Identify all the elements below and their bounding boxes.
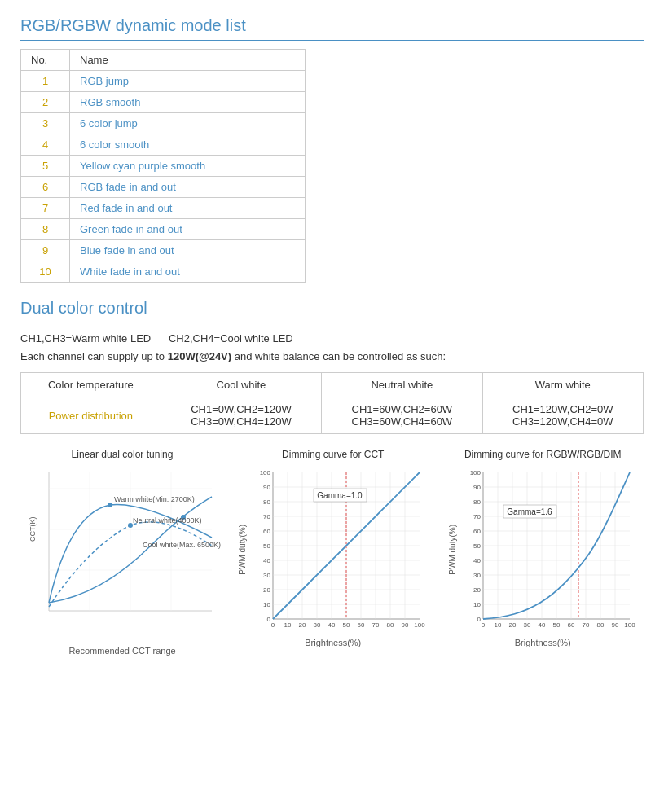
section1-title: RGB/RGBW dynamic mode list <box>20 16 644 41</box>
chart3-svg: Gamma=1.6 0 10 20 30 40 50 60 70 80 90 1… <box>459 464 638 635</box>
dual-info-line1: CH1,CH3=Warm white LED CH2,CH4=Cool whit… <box>20 330 644 348</box>
svg-text:Gamma=1.6: Gamma=1.6 <box>507 507 552 516</box>
svg-text:0: 0 <box>271 621 275 629</box>
svg-text:0: 0 <box>482 621 486 629</box>
svg-text:90: 90 <box>611 621 618 629</box>
chart1-bottom: Recommended CCT range <box>68 646 175 656</box>
table-row: 10White fade in and out <box>21 261 306 283</box>
row-num: 8 <box>21 219 70 240</box>
svg-text:80: 80 <box>473 498 481 506</box>
svg-text:90: 90 <box>263 484 270 491</box>
col-color-temp: Color temperature <box>21 373 161 397</box>
chart3-title: Dimming curve for RGBW/RGB/DIM <box>464 449 622 460</box>
row-name: 6 color smooth <box>70 134 306 156</box>
row-num: 5 <box>21 156 70 177</box>
table-row: 2RGB smooth <box>21 92 306 113</box>
svg-text:100: 100 <box>260 469 271 476</box>
svg-text:70: 70 <box>582 621 589 629</box>
svg-text:50: 50 <box>343 621 350 629</box>
svg-text:10: 10 <box>473 601 481 608</box>
chart3-y-label: PWM duty(%) <box>448 525 457 575</box>
svg-text:80: 80 <box>596 621 604 629</box>
row-name: 6 color jump <box>70 113 306 134</box>
svg-text:90: 90 <box>473 484 481 491</box>
row-name: Red fade in and out <box>70 198 306 219</box>
svg-text:100: 100 <box>624 621 635 629</box>
chart2-y-label: PWM duty(%) <box>238 525 247 575</box>
svg-text:20: 20 <box>508 621 516 629</box>
svg-text:10: 10 <box>284 621 292 629</box>
row-name: RGB smooth <box>70 92 306 113</box>
chart3-bottom: Brightness(%) <box>515 638 571 647</box>
svg-text:10: 10 <box>263 601 270 608</box>
row-num: 9 <box>21 240 70 261</box>
col-warm-white: Warm white <box>482 373 643 397</box>
svg-text:80: 80 <box>263 498 270 506</box>
svg-text:20: 20 <box>299 621 306 629</box>
svg-text:70: 70 <box>372 621 380 629</box>
svg-text:60: 60 <box>473 528 481 535</box>
row-name: Green fade in and out <box>70 219 306 240</box>
svg-text:60: 60 <box>263 528 270 535</box>
neutral-white-dist: CH1=60W,CH2=60WCH3=60W,CH4=60W <box>322 397 482 434</box>
svg-text:Cool white(Max. 6500K): Cool white(Max. 6500K) <box>143 541 221 549</box>
chart3-container: Dimming curve for RGBW/RGB/DIM PWM duty(… <box>442 449 644 647</box>
power-distribution-label: Power distribution <box>21 397 161 434</box>
svg-text:40: 40 <box>538 621 545 629</box>
svg-text:50: 50 <box>473 542 481 550</box>
dual-info-line2: Each channel can supply up to 120W(@24V)… <box>20 348 644 366</box>
row-num: 10 <box>21 261 70 283</box>
color-table: Color temperature Cool white Neutral whi… <box>20 372 644 434</box>
cool-white-dist: CH1=0W,CH2=120WCH3=0W,CH4=120W <box>161 397 321 434</box>
table-row: 8Green fade in and out <box>21 219 306 240</box>
row-name: White fade in and out <box>70 261 306 283</box>
row-name: Yellow cyan purple smooth <box>70 156 306 177</box>
chart2-container: Dimming curve for CCT PWM duty(%) <box>232 449 434 647</box>
row-name: RGB fade in and out <box>70 177 306 198</box>
chart1-container: Linear dual color tuning Warm wh <box>20 449 224 656</box>
svg-text:30: 30 <box>523 621 530 629</box>
chart2-title: Dimming curve for CCT <box>282 449 384 460</box>
svg-text:20: 20 <box>473 586 481 594</box>
row-num: 1 <box>21 71 70 92</box>
col-cool-white: Cool white <box>161 373 321 397</box>
svg-text:60: 60 <box>567 621 574 629</box>
section2-title: Dual color control <box>20 299 644 323</box>
svg-text:70: 70 <box>473 513 481 520</box>
table-row: 36 color jump <box>21 113 306 134</box>
svg-text:50: 50 <box>263 542 270 550</box>
svg-text:30: 30 <box>473 572 481 579</box>
row-num: 2 <box>21 92 70 113</box>
row-num: 7 <box>21 198 70 219</box>
warm-white-dist: CH1=120W,CH2=0WCH3=120W,CH4=0W <box>482 397 643 434</box>
row-name: Blue fade in and out <box>70 240 306 261</box>
row-name: RGB jump <box>70 71 306 92</box>
table-row: 5Yellow cyan purple smooth <box>21 156 306 177</box>
svg-text:20: 20 <box>263 586 270 594</box>
charts-row: Linear dual color tuning Warm wh <box>20 449 644 656</box>
chart1-title: Linear dual color tuning <box>72 449 174 460</box>
row-num: 3 <box>21 113 70 134</box>
svg-text:90: 90 <box>402 621 409 629</box>
svg-text:80: 80 <box>387 621 394 629</box>
svg-text:10: 10 <box>494 621 501 629</box>
table-row: 46 color smooth <box>21 134 306 156</box>
svg-point-8 <box>108 503 112 507</box>
svg-text:40: 40 <box>263 557 270 564</box>
row-num: 6 <box>21 177 70 198</box>
row-num: 4 <box>21 134 70 156</box>
svg-text:30: 30 <box>314 621 321 629</box>
chart1-svg: Warm white(Min. 2700K) Neutral white(400… <box>20 464 224 643</box>
chart2-bottom: Brightness(%) <box>305 638 361 647</box>
svg-text:100: 100 <box>469 469 481 476</box>
svg-text:60: 60 <box>358 621 365 629</box>
svg-text:Gamma=1.0: Gamma=1.0 <box>318 491 363 500</box>
svg-text:40: 40 <box>328 621 336 629</box>
col-header-name: Name <box>70 50 306 71</box>
table-row: 6RGB fade in and out <box>21 177 306 198</box>
svg-text:50: 50 <box>552 621 560 629</box>
table-row: 1RGB jump <box>21 71 306 92</box>
mode-table: No. Name 1RGB jump2RGB smooth36 color ju… <box>20 49 306 283</box>
table-row: 7Red fade in and out <box>21 198 306 219</box>
svg-text:30: 30 <box>263 572 270 579</box>
